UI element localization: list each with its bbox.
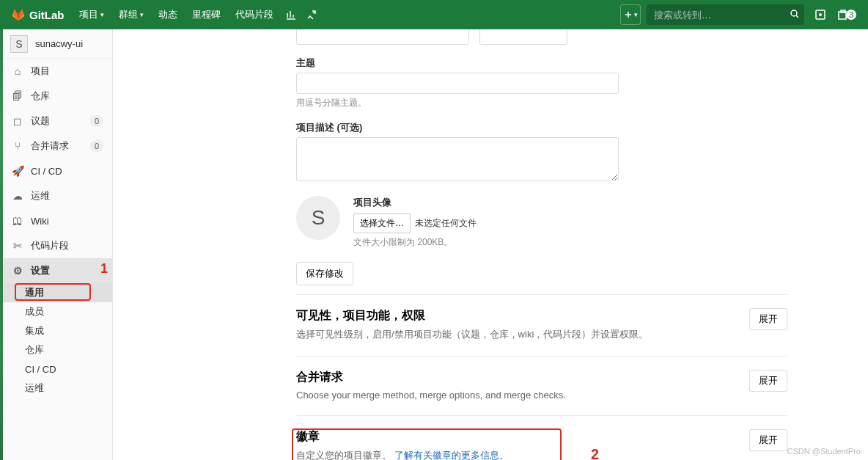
annotation-2: 2 xyxy=(591,446,599,460)
svg-point-2 xyxy=(819,13,822,16)
section-title: 徽章 xyxy=(296,429,735,445)
sidebar-item-project[interactable]: ⌂项目 xyxy=(3,59,112,84)
desc-label: 项目描述 (可选) xyxy=(296,121,787,134)
todos-icon[interactable]: 3 xyxy=(836,9,857,21)
sidebar-item-settings[interactable]: ⚙设置 xyxy=(3,258,112,283)
sidebar-item-issues[interactable]: ◻议题0 xyxy=(3,109,112,134)
nav-stats-icon[interactable] xyxy=(281,9,301,21)
home-icon: ⌂ xyxy=(12,65,23,77)
choose-file-button[interactable]: 选择文件… xyxy=(353,213,411,233)
merge-icon: ⑂ xyxy=(12,140,23,152)
search-icon[interactable] xyxy=(790,9,800,21)
project-name: sunacwy-ui xyxy=(35,38,83,49)
expand-button[interactable]: 展开 xyxy=(749,308,787,330)
brand-text: GitLab xyxy=(29,9,65,21)
repo-icon: 🗐 xyxy=(12,90,23,102)
watermark-text: CSDN @StudentPro xyxy=(787,447,861,456)
sidebar-item-wiki[interactable]: 🕮Wiki xyxy=(3,208,112,233)
sub-item-repo[interactable]: 仓库 xyxy=(3,340,112,359)
todo-count: 3 xyxy=(846,10,856,20)
scissors-icon: ✄ xyxy=(12,240,23,252)
expand-button[interactable]: 展开 xyxy=(749,429,787,451)
sub-item-integrations[interactable]: 集成 xyxy=(3,321,112,340)
desc-textarea[interactable] xyxy=(296,137,619,181)
sub-item-general[interactable]: 通用 xyxy=(3,283,112,302)
nav-admin-icon[interactable] xyxy=(301,9,322,21)
issues-icon[interactable] xyxy=(810,9,831,21)
section-desc: 选择可见性级别，启用/禁用项目功能（议题，仓库，wiki，代码片段）并设置权限。 xyxy=(296,328,735,341)
ops-icon: ☁ xyxy=(12,190,23,202)
nav-projects[interactable]: 项目▾ xyxy=(72,0,111,29)
file-status-text: 未选定任何文件 xyxy=(415,217,477,230)
expand-button[interactable]: 展开 xyxy=(749,370,787,392)
nav-groups[interactable]: 群组▾ xyxy=(111,0,151,29)
merge-count: 0 xyxy=(90,140,103,152)
section-title: 可见性，项目功能，权限 xyxy=(296,308,735,324)
sidebar-item-cicd[interactable]: 🚀CI / CD xyxy=(3,158,112,183)
sidebar-item-repo[interactable]: 🗐仓库 xyxy=(3,84,112,109)
nav-activity[interactable]: 动态 xyxy=(151,0,185,29)
sidebar: S sunacwy-ui ⌂项目 🗐仓库 ◻议题0 ⑂合并请求0 🚀CI / C… xyxy=(3,29,113,460)
header-search xyxy=(647,4,804,25)
section-badges: 徽章 自定义您的项目徽章。 了解有关徽章的更多信息。 展开 xyxy=(296,415,787,460)
section-desc: 自定义您的项目徽章。 了解有关徽章的更多信息。 xyxy=(296,449,735,460)
chevron-down-icon: ▾ xyxy=(634,11,638,18)
sidebar-item-snippets[interactable]: ✄代码片段 xyxy=(3,233,112,258)
sub-item-ops[interactable]: 运维 xyxy=(3,379,112,398)
sidebar-project-head[interactable]: S sunacwy-ui xyxy=(3,29,112,59)
brand-logo[interactable]: GitLab xyxy=(11,7,65,22)
annotation-1: 1 xyxy=(100,261,108,277)
id-field[interactable] xyxy=(479,29,567,45)
main-content: 主题 用逗号分隔主题。 项目描述 (可选) S 项目头像 选择文件… 未选定任何… xyxy=(113,29,868,460)
gear-icon: ⚙ xyxy=(12,265,23,277)
topics-input[interactable] xyxy=(296,73,619,94)
top-header: GitLab 项目▾ 群组▾ 动态 里程碑 代码片段 ▾ 3 xyxy=(0,0,868,29)
sub-item-cicd[interactable]: CI / CD xyxy=(3,359,112,379)
sidebar-item-ops[interactable]: ☁运维 xyxy=(3,183,112,208)
name-field[interactable] xyxy=(296,29,469,45)
nav-milestones[interactable]: 里程碑 xyxy=(185,0,228,29)
section-desc: Choose your merge method, merge options,… xyxy=(296,390,735,401)
wiki-icon: 🕮 xyxy=(12,215,23,227)
search-input[interactable] xyxy=(647,4,804,25)
new-button[interactable]: ▾ xyxy=(620,4,641,25)
section-title: 合并请求 xyxy=(296,370,735,385)
sidebar-item-merge[interactable]: ⑂合并请求0 xyxy=(3,134,112,158)
nav-snippets[interactable]: 代码片段 xyxy=(228,0,281,29)
sub-item-members[interactable]: 成员 xyxy=(3,302,112,321)
svg-point-0 xyxy=(791,10,797,16)
rocket-icon: 🚀 xyxy=(12,165,23,177)
save-button[interactable]: 保存修改 xyxy=(296,262,353,285)
topics-hint: 用逗号分隔主题。 xyxy=(296,97,787,109)
avatar-label: 项目头像 xyxy=(353,196,477,209)
file-hint: 文件大小限制为 200KB。 xyxy=(353,236,477,249)
topics-label: 主题 xyxy=(296,56,787,70)
project-big-avatar: S xyxy=(296,196,340,240)
plus-icon xyxy=(624,10,633,19)
issues-count: 0 xyxy=(90,115,103,127)
chevron-down-icon: ▾ xyxy=(100,11,104,18)
project-avatar: S xyxy=(10,35,28,53)
gitlab-icon xyxy=(11,7,26,22)
section-visibility: 可见性，项目功能，权限 选择可见性级别，启用/禁用项目功能（议题，仓库，wiki… xyxy=(296,294,787,347)
chevron-down-icon: ▾ xyxy=(140,11,144,18)
badges-link[interactable]: 了解有关徽章的更多信息。 xyxy=(394,450,509,460)
section-merge: 合并请求 Choose your merge method, merge opt… xyxy=(296,356,787,406)
issues-icon: ◻ xyxy=(12,115,23,127)
